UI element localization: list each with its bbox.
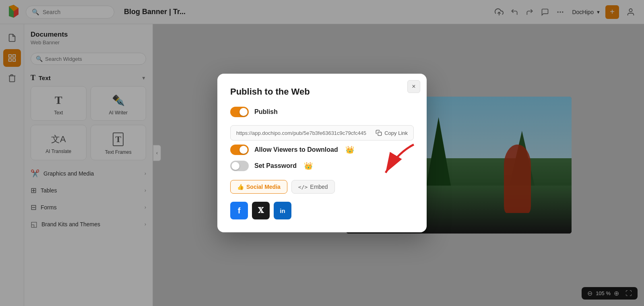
modal-overlay[interactable]: × Publish to the Web Publish https://app… (0, 0, 644, 306)
facebook-share-button[interactable]: f (230, 202, 248, 219)
share-tabs: 👍 Social Media </> Embed (230, 180, 414, 194)
twitter-share-button[interactable]: 𝕏 (252, 202, 270, 219)
copy-link-button[interactable]: Copy Link (376, 130, 408, 136)
publish-toggle-label: Publish (254, 108, 278, 116)
modal-close-button[interactable]: × (407, 80, 420, 93)
publish-toggle[interactable] (230, 107, 249, 117)
set-password-knob (231, 162, 239, 170)
svg-rect-12 (378, 132, 382, 136)
crown-icon-download: 👑 (345, 145, 354, 154)
publish-toggle-row: Publish (230, 107, 414, 117)
facebook-icon: f (238, 206, 241, 215)
social-buttons: f 𝕏 in (230, 202, 414, 219)
embed-icon: </> (298, 184, 308, 190)
social-media-icon: 👍 (237, 184, 244, 190)
publish-toggle-knob (239, 108, 248, 116)
publish-url: https://app.dochipo.com/pub/5e7b3fe63631… (236, 130, 371, 136)
share-tab-embed[interactable]: </> Embed (291, 180, 335, 194)
linkedin-icon: in (280, 207, 285, 214)
copy-link-label: Copy Link (384, 130, 408, 136)
set-password-label: Set Password (254, 162, 297, 170)
allow-download-label: Allow Viewers to Download (254, 146, 338, 153)
modal-title: Publish to the Web (230, 87, 414, 97)
social-media-label: Social Media (246, 184, 281, 190)
twitter-x-icon: 𝕏 (258, 206, 264, 215)
set-password-toggle[interactable] (230, 161, 249, 171)
publish-modal: × Publish to the Web Publish https://app… (217, 74, 427, 232)
crown-icon-password: 👑 (304, 161, 313, 170)
allow-download-knob (239, 146, 248, 154)
allow-download-toggle[interactable] (230, 145, 249, 155)
url-row: https://app.dochipo.com/pub/5e7b3fe63631… (230, 125, 414, 141)
set-password-row: Set Password 👑 (230, 161, 414, 171)
share-tab-social-media[interactable]: 👍 Social Media (230, 180, 287, 194)
allow-download-row: Allow Viewers to Download 👑 (230, 145, 414, 155)
embed-label: Embed (310, 184, 328, 190)
linkedin-share-button[interactable]: in (274, 202, 291, 219)
